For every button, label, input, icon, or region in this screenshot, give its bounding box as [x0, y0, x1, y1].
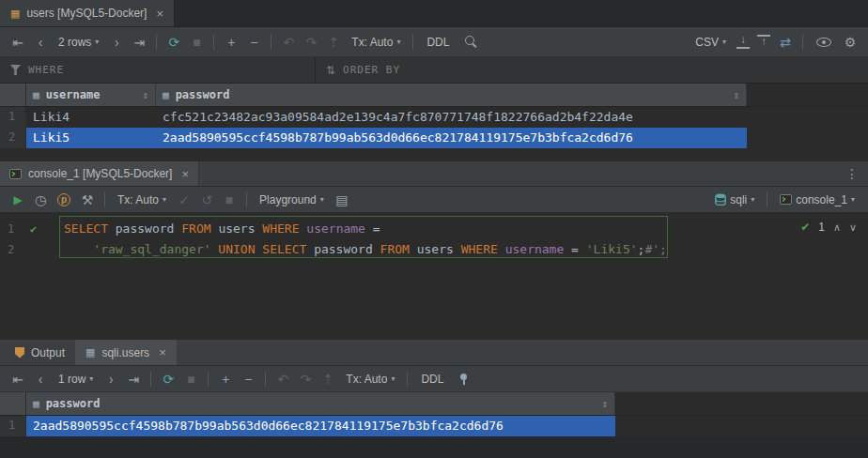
page-size-dropdown[interactable]: 2 rows ▾ — [53, 36, 104, 49]
table-row-selected[interactable]: 2 Liki5 2aad5890595ccf4598b787b99ab563d0… — [0, 128, 868, 148]
run-button[interactable]: ▶ — [8, 194, 28, 206]
gear-icon[interactable]: ⚙ — [840, 36, 860, 49]
sql-string: 'Liki5' — [586, 242, 638, 256]
chevron-down-icon[interactable]: ∨ — [849, 221, 857, 234]
search-icon[interactable] — [464, 35, 478, 49]
sql-keyword: WHERE — [461, 242, 505, 256]
column-header-password[interactable]: ▦ password ⇕ — [156, 84, 747, 106]
tab-output[interactable]: Output — [5, 340, 75, 365]
reload-data-button[interactable]: ⟳ — [163, 36, 184, 49]
stop-button: ■ — [180, 373, 201, 386]
cell-username[interactable]: Liki4 — [26, 107, 156, 128]
where-filter-input[interactable]: WHERE — [0, 57, 315, 83]
row-spacer — [615, 416, 868, 436]
session-dropdown[interactable]: console_1 ▾ — [774, 193, 860, 206]
tx-mode-dropdown[interactable]: Tx: Auto ▾ — [346, 36, 406, 49]
ddl-button[interactable]: DDL — [420, 36, 456, 49]
sql-identifier: password — [116, 221, 181, 236]
row-spacer — [747, 128, 868, 148]
column-header-label: password — [46, 397, 101, 410]
delete-row-button[interactable]: − — [238, 373, 258, 386]
code-line: 'raw_sql_danger' UNION SELECT password F… — [64, 239, 868, 260]
compare-icon[interactable]: ⇄ — [775, 36, 796, 49]
cell-password[interactable]: 2aad5890595ccf4598b787b99ab563d0d66ec821… — [156, 128, 747, 148]
close-icon[interactable]: × — [156, 8, 163, 20]
table-row-selected[interactable]: 1 2aad5890595ccf4598b787b99ab563d0d66ec8… — [0, 416, 868, 436]
column-header-password[interactable]: ▦ password ⇕ — [26, 392, 615, 415]
export-format-dropdown[interactable]: CSV ▾ — [690, 36, 732, 49]
tx-mode-dropdown[interactable]: Tx: Auto ▾ — [112, 193, 172, 206]
playground-value: Playground — [259, 193, 317, 206]
next-page-button[interactable]: › — [106, 36, 127, 49]
pin-tab-icon[interactable] — [457, 373, 470, 386]
last-page-button[interactable]: ⇥ — [129, 36, 149, 49]
cell-password[interactable]: cfc521c23482ac93a09584ad2e139c4a7fc87077… — [156, 107, 747, 128]
close-icon[interactable]: × — [159, 346, 166, 359]
delete-row-button[interactable]: − — [243, 36, 264, 49]
sql-operator: = — [571, 242, 586, 256]
sql-identifier: password — [314, 242, 380, 256]
database-ide-window: ▦ users [MySQL5-Docker] × ⇤ ‹ 2 rows ▾ ›… — [0, 0, 868, 458]
executed-check-icon: ✔ — [30, 223, 37, 235]
sort-toggle-icon[interactable]: ⇕ — [142, 89, 148, 101]
history-icon[interactable]: ◷ — [30, 193, 51, 206]
order-by-filter-input[interactable]: ⇅ ORDER BY — [316, 57, 411, 83]
toolbar-separator — [246, 192, 247, 207]
add-row-button[interactable]: + — [221, 36, 241, 49]
sql-editor[interactable]: 1 ✔ 2 SELECT password FROM users WHERE u… — [0, 213, 868, 340]
grid-header-spacer — [615, 392, 868, 415]
toolbar-separator — [767, 192, 767, 207]
console-tab-bar: console_1 [MySQL5-Docker] × ⋮ — [0, 161, 868, 187]
last-page-button[interactable]: ⇥ — [123, 373, 144, 386]
sql-identifier: users — [417, 242, 461, 256]
submit-icon: ⇡ — [318, 373, 338, 386]
output-layout-icon[interactable]: ▤ — [332, 193, 352, 206]
playground-dropdown[interactable]: Playground ▾ — [254, 193, 330, 206]
tab-users-grid[interactable]: ▦ users [MySQL5-Docker] × — [0, 0, 175, 26]
tab-sqli-users-result[interactable]: ▦ sqli.users × — [75, 340, 177, 365]
previous-page-button[interactable]: ‹ — [30, 373, 51, 386]
table-icon: ▦ — [10, 8, 20, 19]
rollback-icon: ↺ — [196, 193, 217, 206]
more-options-icon[interactable]: ⋮ — [845, 166, 859, 181]
order-by-placeholder: ORDER BY — [343, 64, 400, 76]
row-spacer — [747, 107, 868, 128]
next-page-button[interactable]: › — [101, 373, 121, 386]
schema-value: sqli — [730, 193, 747, 206]
reload-data-button[interactable]: ⟳ — [158, 373, 178, 386]
add-row-button[interactable]: + — [215, 373, 236, 386]
tab-console-1[interactable]: console_1 [MySQL5-Docker] × — [0, 161, 199, 186]
eye-icon[interactable] — [816, 38, 831, 47]
first-page-button[interactable]: ⇤ — [8, 373, 28, 386]
page-size-dropdown[interactable]: 1 row ▾ — [53, 373, 99, 386]
column-header-username[interactable]: ▦ username ⇕ — [26, 84, 156, 106]
tx-mode-dropdown[interactable]: Tx: Auto ▾ — [340, 373, 400, 386]
table-row[interactable]: 1 Liki4 cfc521c23482ac93a09584ad2e139c4a… — [0, 107, 868, 128]
grid-header-spacer — [747, 84, 868, 106]
tx-mode-value: Tx: Auto — [346, 373, 387, 386]
import-data-icon[interactable]: ↑ — [757, 35, 770, 49]
wrench-icon[interactable]: ⚒ — [77, 193, 98, 206]
code-area[interactable]: SELECT password FROM users WHERE usernam… — [56, 213, 868, 340]
schema-dropdown[interactable]: sqli ▾ — [709, 193, 760, 206]
chevron-up-icon[interactable]: ∧ — [833, 221, 841, 234]
grid-toolbar: ⇤ ‹ 2 rows ▾ › ⇥ ⟳ ■ + − ↶ ↷ ⇡ Tx: Auto … — [0, 27, 868, 57]
ddl-button[interactable]: DDL — [414, 373, 450, 386]
sql-column-ref: username — [306, 221, 372, 236]
parameters-icon[interactable]: p — [57, 193, 70, 206]
session-value: console_1 — [796, 193, 847, 206]
sort-toggle-icon[interactable]: ⇕ — [733, 89, 739, 101]
cell-password[interactable]: 2aad5890595ccf4598b787b99ab563d0d66ec821… — [26, 416, 615, 436]
page-size-value: 2 rows — [58, 36, 91, 49]
sort-toggle-icon[interactable]: ⇕ — [601, 398, 608, 410]
export-data-icon[interactable]: ↓ — [736, 35, 750, 49]
grid-header-row: ▦ username ⇕ ▦ password ⇕ — [0, 84, 868, 107]
first-page-button[interactable]: ⇤ — [8, 36, 28, 49]
row-number: 2 — [0, 128, 26, 148]
close-icon[interactable]: × — [181, 168, 189, 180]
sql-identifier: users — [218, 221, 262, 236]
chevron-down-icon: ▾ — [391, 374, 395, 383]
cell-username[interactable]: Liki5 — [26, 128, 156, 148]
previous-page-button[interactable]: ‹ — [30, 36, 51, 49]
redo-icon: ↷ — [295, 373, 316, 386]
